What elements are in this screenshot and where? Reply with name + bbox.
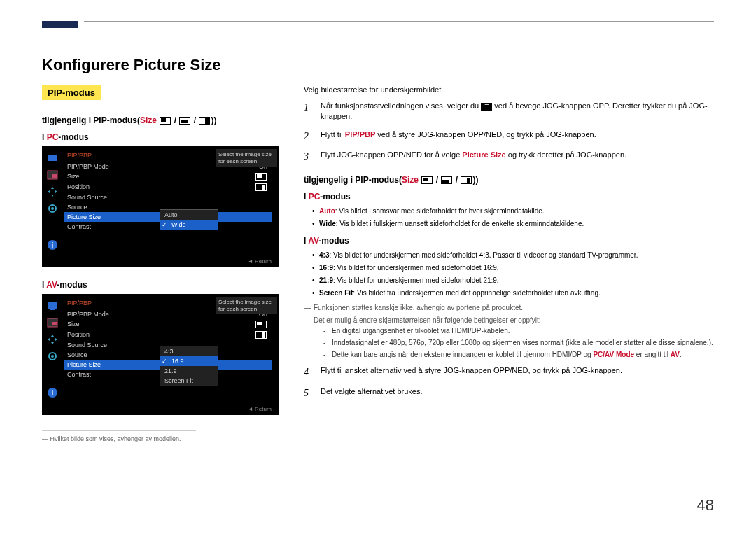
size-icon-3 bbox=[199, 117, 210, 125]
osd-icon-strip: i bbox=[43, 149, 62, 254]
position-value-icon bbox=[255, 183, 267, 191]
available-subhead-right: tilgjengelig i PIP-modus(Size / / )) bbox=[304, 175, 714, 185]
settings-icon bbox=[46, 350, 59, 363]
menu-icon: ☰ bbox=[481, 103, 492, 111]
info-icon: i bbox=[46, 386, 59, 399]
header-rule bbox=[84, 21, 714, 22]
settings-icon bbox=[46, 202, 59, 215]
svg-text:i: i bbox=[52, 389, 54, 397]
svg-rect-0 bbox=[48, 155, 57, 161]
size-value-icon bbox=[255, 321, 267, 328]
step-1: 1 Når funksjonstastveiledningen vises, v… bbox=[304, 101, 714, 122]
size-icon-2 bbox=[179, 117, 190, 125]
popup-item[interactable]: 4:3 bbox=[160, 346, 218, 356]
av-mode-label-right: I AV-modus bbox=[304, 236, 714, 246]
size-icon-3 bbox=[461, 176, 472, 184]
svg-point-5 bbox=[51, 207, 54, 210]
panel-row: Size bbox=[64, 171, 272, 182]
nav-icon bbox=[46, 185, 59, 198]
intro-text: Velg bildestørrelse for underskjermbilde… bbox=[304, 85, 714, 94]
popup-item[interactable]: 21:9 bbox=[160, 366, 218, 376]
info-icon: i bbox=[46, 239, 59, 251]
left-column: PIP-modus tilgjengelig i PIP-modus(Size … bbox=[42, 85, 280, 442]
step-5: 5 Det valgte alternativet brukes. bbox=[304, 386, 714, 400]
pip-badge: PIP-modus bbox=[42, 85, 101, 100]
svg-rect-8 bbox=[48, 302, 57, 309]
popup-item-selected[interactable]: ✓Wide bbox=[160, 220, 218, 230]
panel-row: Position bbox=[64, 182, 272, 192]
size-icon-1 bbox=[160, 117, 171, 125]
step-2: 2 Flytt til PIP/PBP ved å styre JOG-knap… bbox=[304, 129, 714, 143]
osd-tooltip: Select the image size for each screen. bbox=[216, 149, 277, 167]
size-icon-2 bbox=[441, 176, 452, 184]
osd-popup-pc: Auto ✓Wide bbox=[160, 209, 218, 230]
pip-icon bbox=[46, 316, 59, 329]
svg-rect-9 bbox=[50, 309, 55, 310]
available-subhead-left: tilgjengelig i PIP-modus(Size / / )) bbox=[42, 115, 280, 125]
osd-tooltip: Select the image size for each screen. bbox=[216, 297, 277, 314]
size-value-icon bbox=[255, 173, 267, 181]
footnote: ― Hvilket bilde som vises, avhenger av m… bbox=[42, 430, 196, 442]
size-icon-1 bbox=[421, 176, 433, 184]
right-column: Velg bildestørrelse for underskjermbilde… bbox=[304, 85, 714, 442]
header-block bbox=[42, 21, 78, 28]
step-3: 3 Flytt JOG-knappen OPP/NED for å velge … bbox=[304, 150, 714, 164]
av-bullets: 4:3: Vis bildet for underskjermen med si… bbox=[304, 250, 714, 298]
svg-point-13 bbox=[51, 355, 54, 358]
page-number: 48 bbox=[697, 496, 714, 514]
svg-rect-1 bbox=[50, 162, 55, 162]
return-label[interactable]: ◄ Return bbox=[43, 258, 274, 265]
return-label[interactable]: ◄ Return bbox=[43, 406, 274, 412]
pc-bullets: Auto: Vis bildet i samsvar med sideforho… bbox=[304, 206, 714, 229]
pip-icon bbox=[46, 169, 59, 181]
popup-item[interactable]: Screen Fit bbox=[160, 376, 218, 386]
panel-row: Sound Source bbox=[64, 192, 272, 202]
av-mode-label-left: I AV-modus bbox=[42, 280, 280, 290]
display-icon bbox=[46, 152, 59, 164]
position-value-icon bbox=[255, 331, 267, 339]
osd-popup-av: 4:3 ✓16:9 21:9 Screen Fit bbox=[160, 346, 218, 386]
display-icon bbox=[46, 300, 59, 312]
page-title: Konfigurere Picture Size bbox=[42, 56, 714, 74]
osd-panel-pc: i PIP/PBP PIP/PBP ModeOn Size Position S… bbox=[42, 146, 279, 267]
osd-icon-strip: i bbox=[43, 297, 62, 402]
popup-item-selected[interactable]: ✓16:9 bbox=[160, 356, 218, 366]
svg-rect-3 bbox=[52, 174, 57, 178]
osd-panel-av: i PIP/PBP PIP/PBP ModeOn Size Position S… bbox=[42, 294, 279, 415]
svg-rect-11 bbox=[52, 322, 57, 325]
panel-row: Size bbox=[64, 319, 272, 330]
step-4: 4 Flytt til ønsket alternativ ved å styr… bbox=[304, 365, 714, 379]
nav-icon bbox=[46, 333, 59, 346]
pc-mode-label-left: I PC-modus bbox=[42, 132, 280, 142]
header-bar bbox=[0, 21, 756, 41]
popup-item[interactable]: Auto bbox=[160, 210, 218, 220]
svg-text:i: i bbox=[52, 241, 54, 249]
panel-row: Position bbox=[64, 330, 272, 340]
notes-list: Funksjonen støttes kanskje ikke, avhengi… bbox=[304, 302, 714, 360]
pc-mode-label-right: I PC-modus bbox=[304, 192, 714, 202]
